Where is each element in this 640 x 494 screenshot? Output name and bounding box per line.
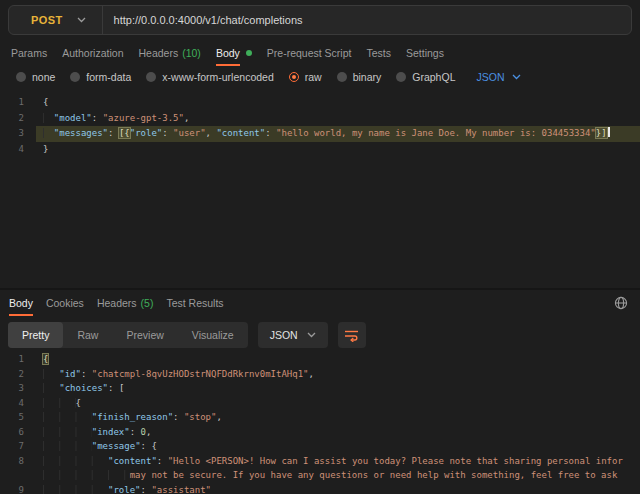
code-line: may not be secure. If you have any quest… (0, 468, 640, 483)
wrap-text-button[interactable] (338, 322, 366, 348)
radio-icon (70, 72, 80, 82)
response-tab-test-results[interactable]: Test Results (166, 297, 223, 309)
line-number: 4 (0, 142, 36, 158)
radio-graphql[interactable]: GraphQL (396, 71, 455, 83)
code-line: 2 "id": "chatcmpl-8qvUzHODstrNQFDdRkrnv0… (0, 367, 640, 382)
response-body-editor[interactable]: 1{2 "id": "chatcmpl-8qvUzHODstrNQFDdRkrn… (0, 352, 640, 494)
tab-authorization[interactable]: Authorization (62, 47, 123, 59)
request-url-bar: POST http://0.0.0.0:4000/v1/chat/complet… (8, 5, 632, 35)
line-number: 8 (0, 454, 36, 469)
chevron-down-icon (512, 74, 521, 80)
view-visualize[interactable]: Visualize (178, 322, 248, 348)
code-line: 3 "choices": [ (0, 381, 640, 396)
radio-icon (337, 72, 347, 82)
tab-params[interactable]: Params (11, 47, 47, 59)
request-language-selector[interactable]: JSON (476, 71, 520, 83)
code-line: 4 { (0, 396, 640, 411)
view-pretty[interactable]: Pretty (8, 322, 63, 348)
code-line: 5 "finish_reason": "stop", (0, 410, 640, 425)
radio-x-www-form-urlencoded[interactable]: x-www-form-urlencoded (146, 71, 273, 83)
code-line: 7 "message": { (0, 439, 640, 454)
radio-icon (16, 72, 26, 82)
line-number: 7 (0, 439, 36, 454)
response-tab-body[interactable]: Body (9, 297, 33, 309)
line-number: 4 (0, 396, 36, 411)
radio-none[interactable]: none (16, 71, 55, 83)
code-line: 6 "index": 0, (0, 425, 640, 440)
body-type-row: none form-data x-www-form-urlencoded raw… (0, 66, 640, 88)
unsaved-changes-dot (246, 50, 252, 56)
wrap-text-icon (344, 329, 359, 342)
line-number: 5 (0, 410, 36, 425)
response-tabs: Body Cookies Headers (5) Test Results (0, 291, 640, 315)
chevron-down-icon (77, 17, 86, 23)
view-raw[interactable]: Raw (63, 322, 112, 348)
line-number: 2 (0, 111, 36, 127)
request-tabs: Params Authorization Headers (10) Body P… (0, 41, 640, 65)
line-number: 3 (0, 381, 36, 396)
chevron-down-icon (307, 332, 316, 338)
line-number: 1 (0, 95, 36, 111)
line-number: 2 (0, 367, 36, 382)
radio-icon (396, 72, 406, 82)
line-number: 1 (0, 352, 36, 367)
code-line: 1{ (0, 352, 640, 367)
response-toolbar: Pretty Raw Preview Visualize JSON (8, 322, 632, 348)
radio-selected-icon (289, 72, 299, 82)
tab-settings[interactable]: Settings (406, 47, 444, 59)
view-preview[interactable]: Preview (112, 322, 177, 348)
response-tab-headers[interactable]: Headers (5) (97, 297, 154, 309)
tab-tests[interactable]: Tests (366, 47, 391, 59)
response-tab-cookies[interactable]: Cookies (46, 297, 84, 309)
pane-separator (0, 288, 640, 290)
code-line: 1{ (0, 95, 640, 111)
tab-headers[interactable]: Headers (10) (138, 47, 200, 59)
method-label: POST (31, 14, 63, 26)
request-body-editor[interactable]: 1{2 "model": "azure-gpt-3.5",3 "messages… (0, 95, 640, 287)
postman-window: POST http://0.0.0.0:4000/v1/chat/complet… (0, 0, 640, 494)
radio-raw[interactable]: raw (289, 71, 322, 83)
line-number (0, 468, 36, 483)
text-cursor (608, 127, 610, 137)
line-number: 9 (0, 483, 36, 494)
tab-pre-request-script[interactable]: Pre-request Script (267, 47, 352, 59)
globe-icon[interactable] (614, 296, 628, 310)
radio-form-data[interactable]: form-data (70, 71, 131, 83)
line-number: 6 (0, 425, 36, 440)
response-headers-count-badge: (5) (141, 297, 154, 309)
code-line: 9 "role": "assistant" (0, 483, 640, 494)
radio-icon (146, 72, 156, 82)
headers-count-badge: (10) (182, 47, 201, 59)
tab-body[interactable]: Body (216, 47, 252, 59)
radio-binary[interactable]: binary (337, 71, 382, 83)
line-number: 3 (0, 126, 36, 142)
url-input[interactable]: http://0.0.0.0:4000/v1/chat/completions (103, 14, 303, 26)
response-language-selector[interactable]: JSON (258, 322, 328, 348)
code-line: 8 "content": "Hello <PERSON>! How can I … (0, 454, 640, 469)
code-line: 2 "model": "azure-gpt-3.5", (0, 111, 640, 127)
code-line: 4} (0, 142, 640, 158)
code-line: 3 "messages": [{"role": "user", "content… (0, 126, 640, 142)
method-selector[interactable]: POST (9, 6, 102, 34)
response-view-switcher: Pretty Raw Preview Visualize (8, 322, 248, 348)
